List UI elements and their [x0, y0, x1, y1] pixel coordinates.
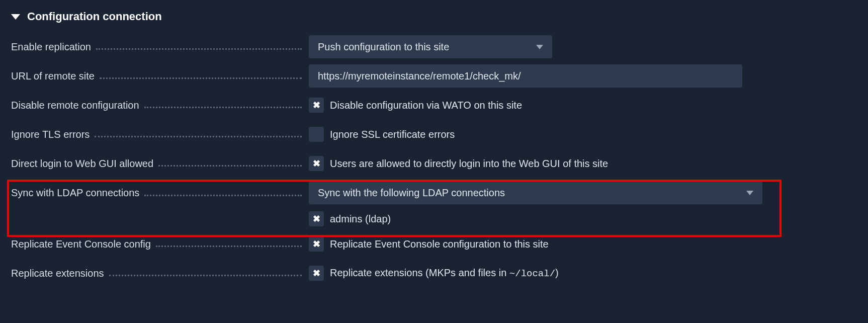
replicate-ext-text-pre: Replicate extensions (MKPs and files in	[330, 267, 509, 278]
label-disable-remote: Disable remote configuration	[11, 100, 139, 111]
x-icon: ✖	[313, 101, 320, 110]
row-enable-replication: Enable replication Push configuration to…	[4, 32, 864, 61]
chevron-down-icon	[536, 45, 543, 49]
dots-filler	[96, 40, 302, 50]
chevron-down-icon	[746, 191, 753, 195]
caret-down-icon	[11, 14, 20, 20]
label-replicate-ext: Replicate extensions	[11, 268, 104, 279]
checkbox-direct-login[interactable]: ✖	[309, 156, 324, 171]
checkbox-ldap-admins[interactable]: ✖	[309, 211, 324, 226]
row-replicate-ec: Replicate Event Console config ✖ Replica…	[4, 229, 864, 259]
dots-filler	[144, 98, 302, 108]
label-enable-replication: Enable replication	[11, 41, 91, 53]
x-icon: ✖	[313, 269, 320, 278]
checkbox-label-replicate-ec: Replicate Event Console configuration to…	[330, 238, 549, 250]
section-header-toggle[interactable]: Configuration connection	[4, 6, 864, 32]
row-disable-remote: Disable remote configuration ✖ Disable c…	[4, 91, 864, 120]
x-icon: ✖	[313, 214, 320, 223]
select-enable-replication-value: Push configuration to this site	[318, 41, 449, 53]
dots-filler	[144, 186, 302, 196]
checkbox-label-ldap-admins: admins (ldap)	[330, 213, 391, 225]
row-sync-ldap: Sync with LDAP connections Sync with the…	[4, 178, 864, 229]
label-url-remote: URL of remote site	[11, 70, 95, 82]
checkbox-replicate-ext[interactable]: ✖	[309, 266, 324, 281]
select-enable-replication[interactable]: Push configuration to this site	[309, 35, 552, 58]
checkbox-disable-remote[interactable]: ✖	[309, 98, 324, 113]
x-icon: ✖	[313, 239, 320, 249]
row-replicate-ext: Replicate extensions ✖ Replicate extensi…	[4, 259, 864, 288]
row-direct-login: Direct login to Web GUI allowed ✖ Users …	[4, 149, 864, 178]
row-url-remote: URL of remote site	[4, 61, 864, 91]
row-ignore-tls: Ignore TLS errors Ignore SSL certificate…	[4, 120, 864, 149]
select-sync-ldap[interactable]: Sync with the following LDAP connections	[309, 181, 762, 204]
checkbox-label-disable-remote: Disable configuration via WATO on this s…	[330, 100, 522, 111]
replicate-ext-text-mono: ~/local/	[509, 268, 555, 279]
checkbox-label-direct-login: Users are allowed to directly login into…	[330, 158, 608, 170]
dots-filler	[109, 266, 302, 276]
dots-filler	[100, 69, 302, 79]
dots-filler	[156, 237, 302, 247]
label-ignore-tls: Ignore TLS errors	[11, 129, 90, 140]
checkbox-replicate-ec[interactable]: ✖	[309, 236, 324, 252]
checkbox-ignore-tls[interactable]	[309, 127, 324, 142]
label-replicate-ec: Replicate Event Console config	[11, 238, 151, 250]
checkbox-label-replicate-ext: Replicate extensions (MKPs and files in …	[330, 267, 559, 279]
input-url-remote[interactable]	[309, 64, 742, 88]
checkbox-label-ignore-tls: Ignore SSL certificate errors	[330, 129, 455, 140]
dots-filler	[158, 156, 302, 167]
dots-filler	[95, 127, 302, 137]
x-icon: ✖	[313, 159, 320, 168]
section-title: Configuration connection	[27, 10, 162, 23]
label-sync-ldap: Sync with LDAP connections	[11, 187, 139, 199]
label-direct-login: Direct login to Web GUI allowed	[11, 158, 153, 170]
replicate-ext-text-post: )	[555, 267, 559, 278]
select-sync-ldap-value: Sync with the following LDAP connections	[318, 187, 505, 199]
